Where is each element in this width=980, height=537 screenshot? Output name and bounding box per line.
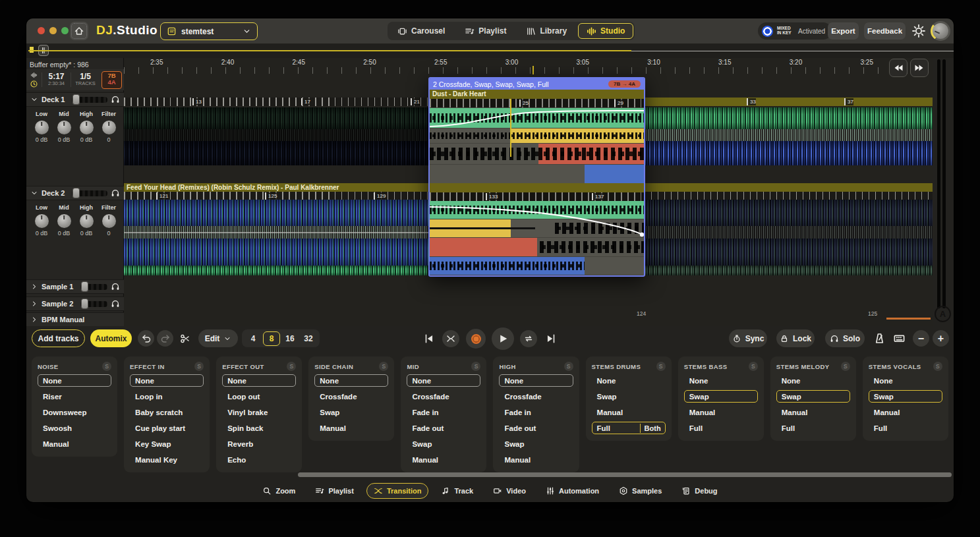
panel-option[interactable]: Manual [776, 406, 850, 418]
tab-transition[interactable]: Transition [366, 483, 429, 499]
beat-grid-button[interactable]: 4 [245, 331, 262, 346]
stem-row-melody-b[interactable] [430, 238, 644, 256]
solo-badge[interactable]: S [564, 362, 573, 371]
headphones-icon[interactable] [111, 95, 120, 104]
solo-badge[interactable]: S [656, 362, 666, 371]
panel-option[interactable]: Baby scratch [130, 406, 204, 418]
timeline[interactable]: 2:35 2:40 2:45 2:50 2:55 3:00 3:05 3:10 … [124, 58, 933, 326]
headphones-icon[interactable] [111, 188, 120, 198]
eq-knob[interactable] [35, 214, 49, 228]
mixed-in-key-badge[interactable]: MIXED IN KEY Activated [758, 22, 832, 40]
stem-row-vocals-a[interactable] [430, 165, 644, 183]
panel-option[interactable]: Reverb [222, 438, 296, 450]
eq-knob[interactable] [80, 214, 94, 228]
panel-option[interactable]: Swap [314, 406, 388, 418]
redo-button[interactable] [157, 330, 173, 347]
panel-option[interactable]: Manual Key [130, 453, 204, 466]
panel-option[interactable]: None [222, 374, 296, 387]
skip-to-start-button[interactable] [422, 331, 436, 346]
horizontal-scrollbar[interactable] [298, 472, 952, 477]
project-selector[interactable]: stemtest [160, 22, 258, 40]
sample2-header[interactable]: Sample 2 [26, 297, 124, 311]
solo-badge[interactable]: S [471, 362, 480, 371]
panel-option[interactable]: None [592, 374, 666, 387]
stem-row-melody-a[interactable] [430, 144, 644, 164]
tab-debug[interactable]: Debug [674, 483, 724, 499]
settings-gear-icon[interactable] [911, 24, 927, 39]
panel-option[interactable]: Full [869, 422, 942, 434]
overlay-playhead[interactable] [510, 99, 511, 157]
solo-badge[interactable]: S [933, 362, 942, 371]
master-volume-knob[interactable] [931, 21, 950, 41]
window-zoom-button[interactable] [61, 27, 69, 34]
panel-option[interactable]: Fade in [499, 406, 573, 418]
skip-to-end-button[interactable] [544, 331, 558, 346]
solo-badge[interactable]: S [749, 362, 758, 371]
panel-option[interactable]: Crossfade [314, 390, 388, 403]
tab-carousel[interactable]: Carousel [389, 23, 453, 39]
eq-knob[interactable] [57, 214, 71, 228]
tab-studio[interactable]: Studio [578, 23, 633, 39]
panel-option[interactable]: None [130, 374, 204, 387]
eq-knob[interactable] [102, 214, 116, 228]
tab-automation[interactable]: Automation [538, 483, 606, 499]
panel-option[interactable]: Riser [38, 390, 111, 403]
panel-option[interactable]: None [407, 374, 480, 387]
window-minimize-button[interactable] [49, 27, 57, 34]
panel-option[interactable]: Spin back [222, 422, 296, 434]
panel-option[interactable]: None [776, 374, 850, 387]
panel-option[interactable]: None [869, 374, 942, 387]
eq-knob[interactable] [102, 121, 116, 134]
panel-option[interactable]: Swap [407, 438, 480, 450]
eq-knob[interactable] [57, 121, 71, 134]
stem-row-drums-b[interactable] [430, 201, 644, 219]
solo-badge[interactable]: S [287, 362, 296, 371]
deck1-header[interactable]: Deck 1 [26, 92, 124, 107]
tab-playlist[interactable]: Playlist [456, 23, 515, 39]
panel-option[interactable]: Manual [869, 406, 942, 418]
feedback-button[interactable]: Feedback [864, 22, 906, 40]
keyboard-shortcuts-button[interactable] [892, 331, 907, 346]
panel-option[interactable]: Manual [407, 453, 480, 466]
tab-samples[interactable]: Samples [612, 483, 669, 499]
panel-option[interactable]: Fade in [407, 406, 480, 418]
window-close-button[interactable] [38, 27, 45, 34]
zoom-in-button[interactable]: + [933, 330, 949, 347]
panel-option[interactable]: Full [776, 422, 850, 434]
panel-option[interactable]: Swap [869, 390, 942, 403]
play-button[interactable] [492, 327, 514, 350]
panel-option[interactable]: Loop out [222, 390, 296, 403]
panel-option[interactable]: None [499, 374, 573, 387]
headphones-icon[interactable] [111, 282, 120, 291]
headphones-icon[interactable] [111, 299, 120, 308]
solo-button[interactable]: Solo [825, 329, 865, 347]
sample1-volume-slider[interactable] [80, 284, 107, 290]
eq-knob[interactable] [35, 121, 49, 134]
panel-option[interactable]: Crossfade [499, 390, 573, 403]
panel-option[interactable]: Manual [499, 453, 573, 466]
solo-badge[interactable]: S [194, 362, 204, 371]
panel-option[interactable]: Downsweep [38, 406, 111, 418]
stem-row-drums-a[interactable] [430, 108, 644, 128]
solo-badge[interactable]: S [102, 362, 111, 371]
panel-option[interactable]: Swap [499, 438, 573, 450]
undo-button[interactable] [138, 330, 154, 347]
zoom-out-button[interactable]: − [913, 330, 929, 347]
panel-option[interactable]: Swap [776, 390, 850, 403]
panel-option[interactable]: Swap [684, 390, 758, 403]
panel-option[interactable]: Echo [222, 453, 296, 466]
panel-option[interactable]: None [38, 374, 111, 387]
panel-option[interactable]: Loop in [130, 390, 204, 403]
bpm-header[interactable]: BPM Manual [26, 312, 124, 327]
panel-option[interactable]: Crossfade [407, 390, 480, 403]
export-button[interactable]: Export [828, 22, 859, 40]
panel-option[interactable]: Manual [38, 438, 111, 450]
tab-track[interactable]: Track [434, 483, 480, 499]
loop-button[interactable] [520, 330, 537, 347]
panel-option[interactable]: None [684, 374, 758, 387]
deck2-volume-slider[interactable] [72, 190, 107, 196]
panel-option[interactable]: Swap [592, 390, 666, 403]
fast-forward-button[interactable] [910, 59, 929, 77]
tab-playlist-bottom[interactable]: Playlist [308, 483, 361, 499]
stem-row-vocals-b[interactable] [430, 257, 644, 275]
